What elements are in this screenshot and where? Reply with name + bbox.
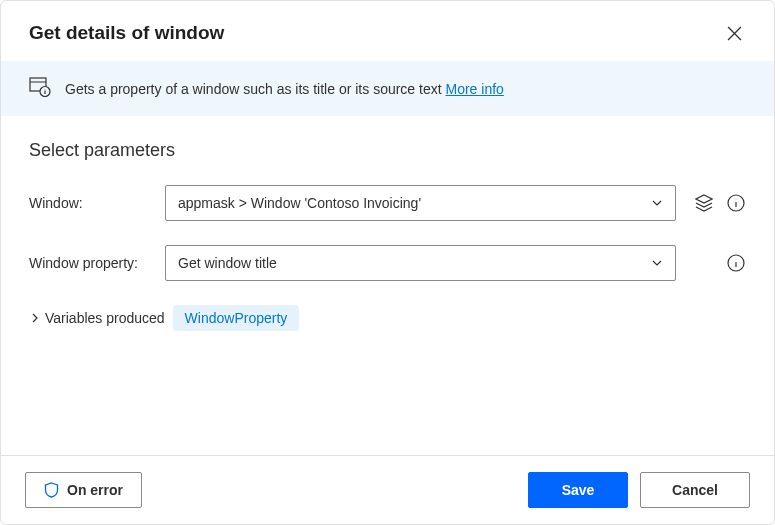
chevron-down-icon <box>647 197 667 209</box>
dialog-title: Get details of window <box>29 22 224 44</box>
window-help-button[interactable] <box>726 193 746 213</box>
layers-icon <box>695 194 713 212</box>
on-error-button[interactable]: On error <box>25 472 142 508</box>
ui-element-picker-button[interactable] <box>694 193 714 213</box>
section-title: Select parameters <box>29 140 746 161</box>
property-dropdown-value: Get window title <box>178 255 277 271</box>
shield-icon <box>44 482 59 498</box>
close-button[interactable] <box>722 21 746 45</box>
window-info-icon <box>29 77 51 100</box>
property-label: Window property: <box>29 255 165 271</box>
window-label: Window: <box>29 195 165 211</box>
variable-chip[interactable]: WindowProperty <box>173 305 300 331</box>
save-button[interactable]: Save <box>528 472 628 508</box>
more-info-link[interactable]: More info <box>446 81 504 97</box>
window-dropdown-value: appmask > Window 'Contoso Invoicing' <box>178 195 421 211</box>
variables-produced-label: Variables produced <box>45 310 165 326</box>
close-icon <box>727 26 742 41</box>
info-icon <box>727 254 745 272</box>
chevron-right-icon <box>29 312 41 324</box>
info-banner: Gets a property of a window such as its … <box>1 61 774 116</box>
info-icon <box>727 194 745 212</box>
cancel-button[interactable]: Cancel <box>640 472 750 508</box>
variables-produced-toggle[interactable]: Variables produced <box>29 310 165 326</box>
window-dropdown[interactable]: appmask > Window 'Contoso Invoicing' <box>165 185 676 221</box>
chevron-down-icon <box>647 257 667 269</box>
property-help-button[interactable] <box>726 253 746 273</box>
banner-text: Gets a property of a window such as its … <box>65 81 504 97</box>
property-dropdown[interactable]: Get window title <box>165 245 676 281</box>
